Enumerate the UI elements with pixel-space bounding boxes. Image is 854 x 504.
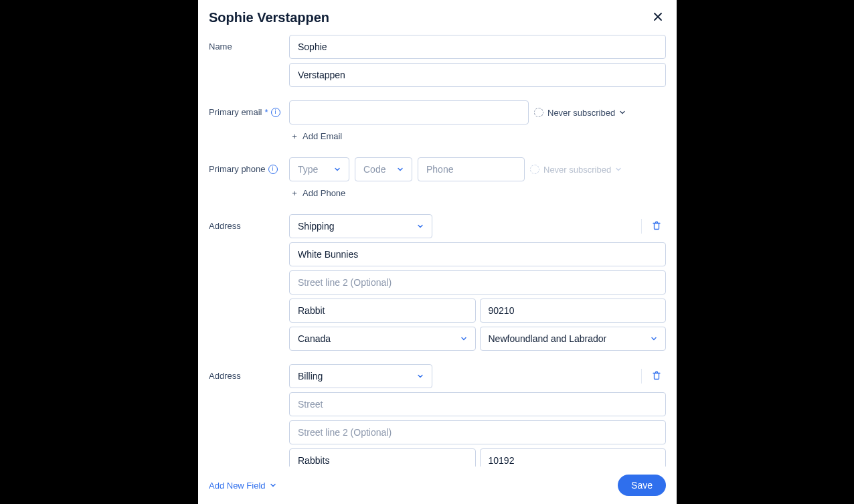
address-type-select[interactable]: Billing: [289, 364, 432, 388]
info-icon[interactable]: i: [271, 108, 280, 117]
close-button[interactable]: [650, 8, 666, 27]
phone-number-input[interactable]: [418, 157, 525, 181]
address-label: Address: [209, 214, 289, 231]
required-star: *: [264, 107, 268, 117]
address-row: Address Billing: [209, 364, 666, 467]
chevron-down-icon: [270, 482, 276, 489]
divider: [641, 219, 642, 234]
street1-input[interactable]: [289, 392, 666, 416]
primary-phone-label: Primary phone i: [209, 157, 289, 174]
plus-icon: +: [290, 133, 298, 141]
chevron-down-icon: [417, 373, 424, 380]
address-row: Address Shipping: [209, 214, 666, 351]
chevron-down-icon: [417, 223, 424, 230]
delete-address-button[interactable]: [647, 366, 666, 387]
chevron-down-icon: [460, 335, 467, 342]
primary-email-input[interactable]: [289, 100, 529, 124]
chevron-down-icon: [615, 166, 622, 173]
info-icon[interactable]: i: [268, 165, 278, 174]
chevron-down-icon: [619, 109, 626, 116]
plus-icon: +: [290, 189, 298, 197]
city-input[interactable]: [289, 448, 476, 467]
primary-email-row: Primary email * i Never subscribed: [209, 100, 666, 144]
save-button[interactable]: Save: [618, 475, 666, 496]
delete-address-button[interactable]: [647, 216, 666, 237]
phone-subscription-dropdown: Never subscribed: [530, 165, 622, 175]
email-subscription-dropdown[interactable]: Never subscribed: [534, 108, 626, 118]
region-select[interactable]: Newfoundland and Labrador: [480, 327, 667, 351]
modal-footer: Add New Field Save: [198, 467, 677, 504]
phone-code-select[interactable]: Code: [355, 157, 412, 181]
street1-input[interactable]: [289, 242, 666, 266]
modal-header: Sophie Verstappen: [198, 0, 677, 29]
trash-icon: [651, 370, 662, 383]
modal-title: Sophie Verstappen: [209, 10, 329, 25]
chevron-down-icon: [397, 166, 404, 173]
address-label: Address: [209, 364, 289, 381]
form-scroll-area[interactable]: Name Primary email * i Never subscribed: [198, 29, 677, 467]
chevron-down-icon: [334, 166, 341, 173]
street2-input[interactable]: [289, 420, 666, 444]
add-phone-button[interactable]: + Add Phone: [289, 185, 666, 201]
trash-icon: [651, 220, 662, 233]
close-icon: [653, 10, 663, 25]
divider: [641, 369, 642, 384]
add-email-button[interactable]: + Add Email: [289, 129, 666, 144]
dashed-circle-icon: [530, 165, 539, 174]
primary-phone-row: Primary phone i Type Code: [209, 157, 666, 201]
phone-type-select[interactable]: Type: [289, 157, 349, 181]
primary-email-label: Primary email * i: [209, 100, 289, 117]
add-new-field-button[interactable]: Add New Field: [209, 481, 276, 491]
first-name-input[interactable]: [289, 35, 666, 59]
edit-contact-modal: Sophie Verstappen Name Primary email * i: [198, 0, 677, 504]
city-input[interactable]: [289, 299, 476, 323]
name-row: Name: [209, 35, 666, 87]
postal-input[interactable]: [480, 448, 667, 467]
dashed-circle-icon: [534, 108, 543, 117]
chevron-down-icon: [651, 335, 657, 342]
street2-input[interactable]: [289, 270, 666, 295]
address-type-select[interactable]: Shipping: [289, 214, 432, 238]
name-label: Name: [209, 35, 289, 52]
postal-input[interactable]: [480, 299, 667, 323]
last-name-input[interactable]: [289, 63, 666, 87]
country-select[interactable]: Canada: [289, 327, 476, 351]
